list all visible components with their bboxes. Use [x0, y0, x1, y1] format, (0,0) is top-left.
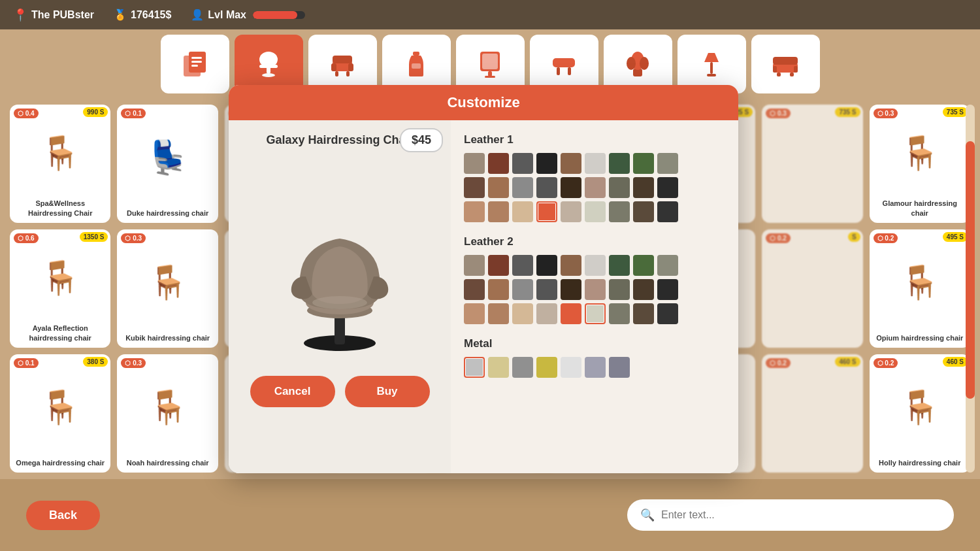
buy-button[interactable]: Buy — [345, 376, 430, 407]
badge-price: 460 S — [835, 357, 860, 367]
item-name: Glamour hairdressing chair — [875, 199, 965, 218]
color-swatch[interactable] — [512, 255, 533, 276]
color-swatch[interactable] — [536, 303, 557, 324]
scrollbar-track[interactable] — [966, 105, 975, 473]
color-swatch[interactable] — [561, 279, 581, 300]
color-swatch[interactable] — [657, 279, 678, 300]
color-swatch[interactable] — [512, 279, 533, 300]
item-card-kubik[interactable]: ⬡ 0.3 🪑 Kubik hairdressing chair — [117, 229, 218, 348]
color-swatch[interactable] — [585, 255, 606, 276]
item-card-ayala[interactable]: ⬡ 0.6 1350 S 🪑 Ayala Reflection hairdres… — [10, 229, 110, 348]
bottom-bar: Back 🔍 — [0, 479, 980, 551]
color-swatch[interactable] — [512, 357, 533, 378]
color-swatch[interactable] — [464, 255, 485, 276]
color-swatch[interactable] — [464, 357, 485, 378]
item-card-holly[interactable]: ⬡ 0.2 460 S 🪑 Holly hairdressing chair — [870, 354, 970, 473]
color-swatch[interactable] — [488, 201, 509, 222]
color-swatch[interactable] — [536, 153, 557, 174]
color-swatch[interactable] — [464, 201, 485, 222]
color-swatch[interactable] — [512, 177, 533, 198]
badge-level: ⬡ 0.2 — [766, 233, 791, 243]
cat-tab-copy[interactable] — [161, 35, 229, 93]
item-card-spa[interactable]: ⬡ 0.4 990 S 🪑 Spa&Wellness Hairdressing … — [10, 105, 110, 223]
cat-tab-chair[interactable] — [235, 35, 303, 93]
color-swatch[interactable] — [585, 279, 606, 300]
color-swatch[interactable] — [633, 303, 654, 324]
color-swatch[interactable] — [657, 255, 678, 276]
color-swatch[interactable] — [609, 201, 630, 222]
back-button[interactable]: Back — [26, 501, 100, 530]
search-input[interactable] — [661, 509, 941, 521]
color-swatch[interactable] — [536, 177, 557, 198]
cat-tab-plant[interactable] — [604, 35, 672, 93]
color-swatch[interactable] — [561, 357, 581, 378]
color-swatch[interactable] — [585, 177, 606, 198]
color-swatch[interactable] — [488, 303, 509, 324]
color-swatch[interactable] — [488, 255, 509, 276]
color-swatch[interactable] — [464, 279, 485, 300]
badge-level: ⬡ 0.3 — [874, 109, 898, 118]
cat-tab-mirror[interactable] — [456, 35, 525, 93]
item-img: 🪑 — [15, 235, 105, 321]
color-swatch[interactable] — [609, 153, 630, 174]
color-swatch[interactable] — [657, 201, 678, 222]
color-swatch[interactable] — [464, 153, 485, 174]
color-swatch[interactable] — [561, 177, 581, 198]
color-swatch[interactable] — [609, 255, 630, 276]
price-tag: $45 — [400, 128, 443, 152]
cat-tab-footrest[interactable] — [530, 35, 598, 93]
item-card-glamour[interactable]: ⬡ 0.3 735 S 🪑 Glamour hairdressing chair — [870, 105, 970, 223]
color-swatch[interactable] — [488, 177, 509, 198]
cat-tab-bottle[interactable] — [382, 35, 451, 93]
location-icon: 📍 — [13, 8, 27, 22]
color-swatch[interactable] — [657, 303, 678, 324]
color-swatch[interactable] — [609, 303, 630, 324]
svg-rect-29 — [707, 74, 716, 76]
svg-rect-33 — [794, 66, 798, 73]
color-swatch[interactable] — [561, 255, 581, 276]
color-swatch[interactable] — [585, 357, 606, 378]
color-swatch[interactable] — [609, 357, 630, 378]
color-swatch[interactable] — [585, 201, 606, 222]
cat-tab-sofa[interactable] — [751, 35, 820, 93]
svg-rect-28 — [710, 62, 713, 74]
cat-tab-armchair[interactable] — [308, 35, 377, 93]
color-swatch[interactable] — [609, 279, 630, 300]
color-swatch[interactable] — [585, 303, 606, 324]
item-card-opium[interactable]: ⬡ 0.2 495 S 🪑 Opium hairdressing chair — [870, 229, 970, 348]
color-swatch[interactable] — [464, 303, 485, 324]
color-swatch[interactable] — [512, 153, 533, 174]
color-swatch[interactable] — [585, 153, 606, 174]
color-swatch[interactable] — [488, 279, 509, 300]
color-swatch[interactable] — [536, 201, 557, 222]
item-card-omega[interactable]: ⬡ 0.1 380 S 🪑 Omega hairdressing chair — [10, 354, 110, 473]
color-swatch[interactable] — [609, 177, 630, 198]
color-swatch[interactable] — [633, 279, 654, 300]
color-swatch[interactable] — [464, 177, 485, 198]
cat-tab-lamp[interactable] — [678, 35, 746, 93]
color-swatch[interactable] — [488, 153, 509, 174]
svg-rect-13 — [335, 71, 338, 76]
color-swatch[interactable] — [633, 153, 654, 174]
color-swatch[interactable] — [512, 201, 533, 222]
color-swatch[interactable] — [657, 177, 678, 198]
item-img: 🪑 — [122, 359, 212, 456]
badge-level: ⬡ 0.2 — [766, 358, 791, 368]
color-swatch[interactable] — [633, 201, 654, 222]
item-card-duke[interactable]: ⬡ 0.1 💺 Duke hairdressing chair — [117, 105, 218, 223]
color-swatch[interactable] — [512, 303, 533, 324]
color-swatch[interactable] — [633, 255, 654, 276]
color-swatch[interactable] — [488, 357, 509, 378]
color-swatch[interactable] — [536, 279, 557, 300]
color-swatch[interactable] — [561, 201, 581, 222]
color-swatch[interactable] — [561, 153, 581, 174]
cancel-button[interactable]: Cancel — [250, 376, 335, 407]
item-card-noah[interactable]: ⬡ 0.3 🪑 Noah hairdressing chair — [117, 354, 218, 473]
color-swatch[interactable] — [536, 255, 557, 276]
item-img: 🪑 — [122, 235, 212, 331]
color-swatch[interactable] — [536, 357, 557, 378]
color-swatch[interactable] — [657, 153, 678, 174]
color-swatch[interactable] — [561, 303, 581, 324]
color-swatch[interactable] — [633, 177, 654, 198]
svg-rect-18 — [482, 54, 498, 69]
